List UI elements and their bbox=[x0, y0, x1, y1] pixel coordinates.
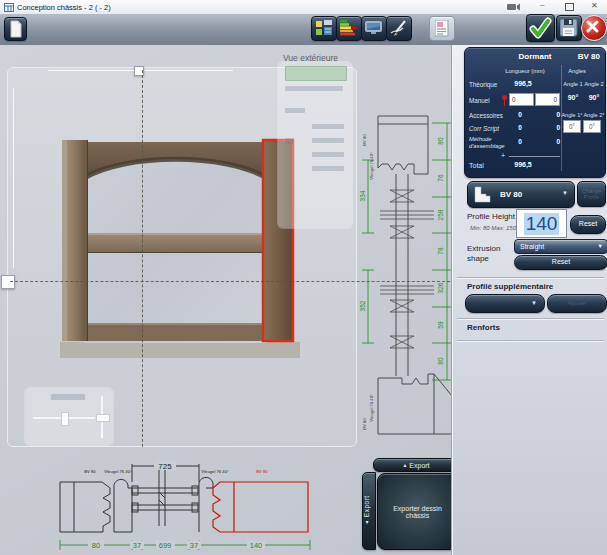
svg-text:Vleugel 76 40°: Vleugel 76 40° bbox=[369, 152, 374, 180]
sum-line bbox=[509, 156, 560, 157]
frame-design-window: Conception châssis - 2 ( - 2) – ✕ bbox=[0, 0, 607, 555]
vertical-slider-thumb[interactable] bbox=[96, 414, 110, 422]
pin-icon bbox=[502, 95, 507, 106]
pen-icon bbox=[390, 20, 414, 43]
profile-shape-icon bbox=[474, 186, 492, 203]
toolbar bbox=[0, 14, 607, 46]
guide-handle-left[interactable] bbox=[1, 275, 15, 289]
accessories-label: Accessoires bbox=[469, 112, 503, 119]
angle2-input[interactable]: 0° bbox=[583, 120, 601, 133]
corr-script-value-1: 0 bbox=[510, 124, 530, 131]
angle2-header: Angle 2 bbox=[584, 81, 604, 87]
camera-icon[interactable] bbox=[507, 3, 521, 12]
bottom-profile-labels: BV 80 Vleugel 76 40° Vleugel 76 40° BV 8… bbox=[84, 469, 268, 474]
angle1-input[interactable]: 0° bbox=[563, 120, 581, 133]
cancel-button[interactable] bbox=[581, 15, 607, 41]
ghost-header bbox=[285, 66, 347, 81]
extrusion-shape-label: Extrusion shape bbox=[467, 244, 511, 264]
reinforcements-section-label: Renforts bbox=[467, 323, 500, 332]
svg-text:80: 80 bbox=[437, 357, 444, 365]
bottom-section-drawing: 725 80 37 699 37 bbox=[58, 452, 364, 552]
display-button[interactable] bbox=[361, 16, 387, 41]
guide-vertical[interactable] bbox=[13, 88, 14, 268]
corr-script-value-2: 0 bbox=[545, 124, 560, 131]
close-window-button[interactable]: ✕ bbox=[591, 2, 598, 10]
change-profile-button[interactable]: Change Profile bbox=[577, 181, 606, 207]
profile-dropdown[interactable]: BV 80 ▼ bbox=[467, 181, 575, 208]
manual-length-input-2[interactable]: 0 bbox=[535, 93, 560, 106]
svg-text:Vleugel 76 40°: Vleugel 76 40° bbox=[369, 394, 374, 422]
svg-text:Vleugel 76 40°: Vleugel 76 40° bbox=[104, 469, 132, 474]
add-supplementary-label: Ajouter bbox=[567, 300, 586, 306]
angle1-header: Angle 1 bbox=[562, 81, 584, 87]
accessories-value-2: 0 bbox=[545, 111, 560, 118]
energy-rating-button[interactable] bbox=[336, 16, 362, 41]
svg-text:352: 352 bbox=[359, 300, 366, 311]
supplementary-profile-label: Profilé supplémentaire bbox=[467, 282, 553, 291]
dormant-panel: Dormant BV 80 Longueur (mm) Angles Théor… bbox=[464, 47, 606, 178]
svg-text:326: 326 bbox=[437, 282, 444, 293]
maximize-button[interactable] bbox=[565, 3, 574, 11]
horizontal-slider-thumb[interactable] bbox=[61, 412, 69, 426]
angle2-deg-header: Angle 2° bbox=[583, 112, 605, 118]
add-supplementary-button[interactable]: Ajouter bbox=[547, 294, 607, 313]
export-frame-drawing-button[interactable]: Exporter dessin châssis bbox=[377, 473, 458, 550]
window-sill bbox=[60, 341, 300, 358]
export-pill-label: Export bbox=[409, 462, 429, 469]
theoretical-value: 996,5 bbox=[495, 80, 551, 87]
svg-text:334: 334 bbox=[359, 190, 366, 201]
angle1-value: 90° bbox=[562, 94, 584, 101]
report-button[interactable] bbox=[429, 16, 455, 41]
extrusion-shape-dropdown[interactable]: Straight ▼ bbox=[514, 239, 607, 254]
bottom-rail[interactable] bbox=[84, 323, 267, 341]
angles-column-header: Angles bbox=[559, 68, 595, 74]
reset-label: Reset bbox=[579, 220, 597, 227]
theoretical-label: Théorique bbox=[469, 81, 497, 88]
export-tab[interactable]: ▲ Export bbox=[362, 472, 376, 550]
assembly-value-1: 0 bbox=[510, 138, 530, 145]
middle-rail[interactable] bbox=[84, 233, 267, 253]
svg-text:80: 80 bbox=[92, 541, 100, 550]
svg-text:258: 258 bbox=[437, 209, 444, 220]
frame-drawing[interactable] bbox=[60, 138, 300, 360]
confirm-button[interactable] bbox=[526, 14, 555, 42]
extrusion-shape-value: Straight bbox=[520, 243, 544, 250]
properties-panel: Dormant BV 80 Longueur (mm) Angles Théor… bbox=[452, 45, 607, 555]
reset-extrusion-label: Reset bbox=[552, 258, 570, 265]
section-divider bbox=[457, 318, 604, 319]
length-column-header: Longueur (mm) bbox=[496, 68, 554, 74]
section-break-marks bbox=[380, 190, 434, 348]
title-bar: Conception châssis - 2 ( - 2) – ✕ bbox=[0, 0, 607, 15]
reset-profile-height-button[interactable]: Reset bbox=[570, 215, 606, 234]
svg-text:BV 80: BV 80 bbox=[256, 469, 268, 474]
change-profile-label: Change Profile bbox=[578, 188, 605, 200]
components-button[interactable] bbox=[311, 16, 337, 41]
app-icon bbox=[4, 3, 14, 12]
selected-profile-section[interactable] bbox=[213, 482, 308, 532]
angle2-value: 90° bbox=[584, 94, 604, 101]
svg-text:37: 37 bbox=[133, 541, 141, 550]
export-frame-drawing-label: Exporter dessin châssis bbox=[382, 505, 453, 519]
export-tab-label: Export bbox=[363, 496, 370, 518]
section-divider bbox=[457, 277, 604, 278]
chevron-down-icon: ▼ bbox=[531, 300, 537, 306]
svg-text:140: 140 bbox=[250, 541, 263, 550]
save-button[interactable] bbox=[556, 15, 582, 41]
supplementary-profile-dropdown[interactable]: ▼ bbox=[465, 294, 545, 313]
reset-extrusion-button[interactable]: Reset bbox=[514, 255, 607, 270]
annotate-button[interactable] bbox=[386, 16, 412, 41]
report-icon bbox=[435, 20, 459, 43]
caret-up-icon: ▲ bbox=[402, 462, 407, 468]
crosshair-vertical bbox=[142, 70, 143, 447]
manual-length-input-1[interactable]: 0 bbox=[509, 93, 534, 106]
minimize-button[interactable]: – bbox=[540, 1, 544, 9]
profile-height-input[interactable]: 140 bbox=[516, 209, 567, 238]
caret-up-icon: ▲ bbox=[364, 520, 370, 527]
profile-height-range: Min: 80 Max: 150 bbox=[470, 225, 516, 231]
profile-height-label: Profile Height bbox=[467, 212, 515, 221]
svg-text:59: 59 bbox=[437, 321, 444, 329]
export-pill-button[interactable]: ▲ Export bbox=[373, 458, 459, 472]
left-jamb[interactable] bbox=[67, 140, 88, 341]
new-document-button[interactable] bbox=[4, 17, 27, 41]
document-icon bbox=[5, 18, 26, 40]
